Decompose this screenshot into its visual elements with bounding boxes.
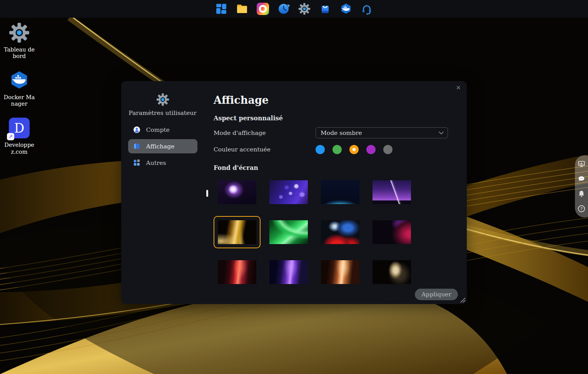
shortcut-developpez[interactable]: D ↗ Developpez.com (2, 118, 36, 155)
accent-color-blue[interactable] (316, 145, 325, 154)
wallpaper-thumb-dog[interactable] (368, 256, 415, 288)
display-mode-select[interactable]: Mode sombre (316, 127, 448, 138)
wallpaper-thumb-beam[interactable] (368, 176, 415, 208)
headset-icon[interactable] (361, 3, 373, 15)
accent-color-purple[interactable] (366, 145, 376, 154)
wallpaper-image-canyon-orange (321, 260, 359, 284)
shortcut-docker-manager[interactable]: Docker Manager (2, 70, 36, 107)
d-letter-icon: D ↗ (9, 118, 30, 138)
clock-icon[interactable] (277, 3, 290, 15)
store-icon[interactable] (319, 3, 331, 15)
wallpaper-image-canyon-red (218, 260, 256, 284)
apply-button[interactable]: Appliquer (415, 289, 458, 300)
wallpaper-image-crystals (269, 180, 308, 204)
sidebar-item-compte[interactable]: Compte (128, 123, 197, 137)
display-icon (133, 142, 141, 150)
svg-text:?: ? (580, 206, 583, 211)
wallpaper-image-beam (373, 180, 411, 204)
accent-swatches (316, 145, 393, 154)
right-edge-toolbar: ? (575, 155, 588, 218)
external-link-badge-icon: ↗ (7, 133, 14, 140)
apps-icon (133, 159, 141, 167)
settings-gear-icon[interactable] (298, 3, 311, 15)
display-mode-label: Mode d'affichage (214, 130, 316, 136)
page-title: Affichage (214, 94, 458, 106)
accent-color-label: Couleur accentuée (214, 146, 316, 153)
desktop-shortcuts: Tableau de bord Docker Manager D ↗ Devel… (2, 22, 36, 155)
gear-icon (156, 93, 169, 106)
sidebar-item-label: Compte (146, 126, 170, 133)
wallpaper-image-green (269, 220, 308, 244)
wallpaper-grid (214, 176, 458, 288)
accent-color-orange[interactable] (349, 145, 359, 154)
help-icon[interactable]: ? (577, 204, 586, 213)
tiles-icon[interactable] (215, 3, 227, 15)
wallpaper-thumb-green[interactable] (265, 216, 312, 248)
sidebar-item-label: Autres (146, 160, 166, 166)
settings-content: Affichage Aspect personnalisé Mode d'aff… (204, 81, 467, 304)
wallpaper-image-canyon-purple (269, 260, 308, 284)
sidebar-item-autres[interactable]: Autres (128, 156, 197, 170)
gear-icon (9, 22, 30, 43)
docker-icon[interactable] (340, 3, 352, 15)
wallpaper-thumb-planet[interactable] (317, 176, 364, 208)
wallpaper-image-gold (218, 220, 256, 244)
wallpaper-thumb-canyon-red[interactable] (214, 256, 261, 288)
wallpaper-image-ink (321, 220, 359, 244)
wallpaper-heading: Fond d'écran (214, 164, 458, 171)
settings-sidebar: Paramètres utilisateur Compte Affichage (121, 81, 204, 304)
shortcut-label: Developpez.com (2, 142, 36, 155)
docker-icon (9, 70, 30, 91)
folder-icon[interactable] (236, 3, 248, 15)
wallpaper-thumb-redsmoke[interactable] (368, 216, 415, 248)
resize-handle-icon[interactable] (459, 297, 466, 303)
sidebar-title: Paramètres utilisateur (129, 110, 196, 116)
wallpaper-thumb-canyon-purple[interactable] (265, 256, 312, 288)
shortcut-label: Docker Manager (2, 94, 36, 107)
wallpaper-thumb-canyon-orange[interactable] (317, 256, 364, 288)
shortcut-label: Tableau de bord (2, 47, 36, 60)
wallpaper-image-redsmoke (373, 220, 411, 244)
accent-color-gray[interactable] (383, 145, 393, 154)
sidebar-item-affichage[interactable]: Affichage (128, 139, 197, 153)
scrollbar-thumb[interactable] (206, 190, 208, 197)
wallpaper-image-planet (321, 180, 359, 204)
chat-icon[interactable] (577, 175, 586, 183)
camera-icon[interactable] (257, 3, 269, 15)
user-icon (133, 126, 141, 134)
settings-window: × Paramètres utilisateur Compte Affichag… (121, 81, 467, 304)
accent-color-green[interactable] (332, 145, 342, 154)
wallpaper-thumb-jellyfish[interactable] (214, 176, 261, 208)
wallpaper-thumb-crystals[interactable] (265, 176, 312, 208)
wallpaper-thumb-gold[interactable] (214, 216, 261, 248)
wallpaper-thumb-ink[interactable] (317, 216, 364, 248)
display-mode-value: Mode sombre (321, 130, 362, 136)
d-letter: D (14, 121, 24, 136)
wallpaper-image-dog (373, 260, 411, 284)
presentation-chart-icon[interactable] (577, 160, 586, 168)
chevron-down-icon (439, 131, 444, 135)
section-appearance-heading: Aspect personnalisé (214, 115, 458, 122)
top-dock (0, 0, 588, 18)
wallpaper-image-jellyfish (218, 180, 256, 204)
shortcut-tableau-de-bord[interactable]: Tableau de bord (2, 22, 36, 60)
sidebar-item-label: Affichage (146, 143, 175, 150)
bell-icon[interactable] (577, 189, 586, 198)
